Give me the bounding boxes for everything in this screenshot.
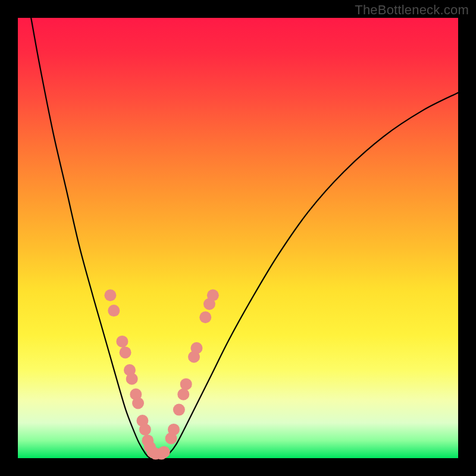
- highlight-dot: [108, 305, 120, 317]
- highlight-dot: [173, 404, 185, 416]
- highlight-dot: [158, 446, 170, 458]
- highlight-dot: [120, 346, 131, 358]
- highlight-dot: [132, 397, 144, 409]
- chart-plot-area: [18, 18, 458, 458]
- highlight-dot: [207, 289, 219, 301]
- highlight-dot: [126, 373, 138, 385]
- chart-frame: TheBottleneck.com: [0, 0, 476, 476]
- curve-right-branch: [163, 93, 458, 458]
- highlight-dot: [190, 342, 202, 354]
- highlight-dot: [116, 336, 128, 347]
- chart-svg: [18, 18, 458, 458]
- highlight-dot: [177, 389, 189, 400]
- watermark-text: TheBottleneck.com: [355, 2, 469, 18]
- highlight-dot: [199, 311, 211, 323]
- highlight-dot: [104, 289, 116, 301]
- highlight-dot: [139, 424, 151, 436]
- highlight-dot: [180, 378, 192, 390]
- highlight-dot: [168, 424, 180, 436]
